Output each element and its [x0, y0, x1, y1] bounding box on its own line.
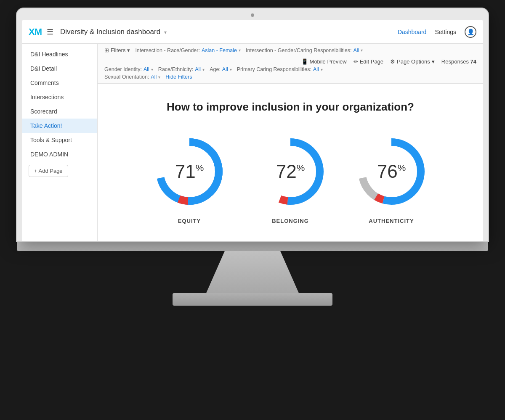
sidebar-item-scorecard[interactable]: Scorecard [22, 104, 97, 119]
toolbar-actions: 📱 Mobile Preview ✏ Edit Page ⚙ Page Opti… [301, 58, 476, 65]
sidebar-item-take-action[interactable]: Take Action! [22, 119, 97, 133]
equity-donut: 71% [152, 134, 227, 209]
sidebar-item-comments[interactable]: Comments [22, 76, 97, 90]
filters-label[interactable]: Filters [111, 47, 125, 53]
content-area: ⊞ Filters ▾ Intersection - Race/Gender: … [98, 44, 483, 241]
filter-bar: ⊞ Filters ▾ Intersection - Race/Gender: … [98, 44, 483, 84]
filter-icon: ⊞ [104, 47, 109, 53]
sidebar-item-dni-detail[interactable]: D&I Detail [22, 61, 97, 76]
hide-filters-link[interactable]: Hide Filters [165, 74, 192, 80]
dashboard-nav-link[interactable]: Dashboard [398, 29, 427, 35]
responses-badge: Responses 74 [441, 58, 476, 65]
equity-value: 71% [175, 162, 204, 181]
sidebar-item-demo-admin[interactable]: DEMO ADMIN [22, 147, 97, 161]
edit-icon: ✏ [354, 58, 358, 65]
filter-caring-responsibilities[interactable]: Primary Caring Responsibilities: All ▾ [237, 66, 323, 72]
equity-label: EQUITY [178, 218, 201, 224]
filter-age[interactable]: Age: All ▾ [210, 66, 232, 72]
section-title: How to improve inclusion in your organiz… [167, 100, 414, 114]
belonging-label: BELONGING [272, 218, 309, 224]
user-avatar[interactable]: 👤 [465, 26, 476, 38]
filter-gender-identity[interactable]: Gender Identity: All ▾ [104, 66, 153, 72]
belonging-donut: 72% [252, 134, 328, 209]
page-options-arrow: ▾ [432, 58, 435, 65]
filter-funnel-icon[interactable]: ⊞ Filters ▾ [104, 47, 130, 53]
authenticity-chart: 76% AUTHENTICITY [354, 134, 429, 224]
monitor-base [173, 293, 332, 306]
mobile-icon: 📱 [301, 58, 308, 65]
equity-chart: 71% EQUITY [152, 134, 227, 224]
charts-row: 71% EQUITY [152, 134, 429, 224]
gear-icon: ⚙ [390, 58, 395, 65]
xm-logo: XM [29, 26, 42, 37]
authenticity-donut: 76% [354, 134, 429, 209]
filter-sexual-orientation[interactable]: Sexual Orientation: All ▾ [104, 74, 160, 80]
sidebar-item-dni-headlines[interactable]: D&I Headlines [22, 47, 97, 61]
mobile-preview-button[interactable]: 📱 Mobile Preview [301, 58, 347, 65]
authenticity-value: 76% [377, 162, 406, 181]
edit-page-button[interactable]: ✏ Edit Page [354, 58, 383, 65]
sidebar: D&I Headlines D&I Detail Comments Inters… [22, 44, 98, 241]
page-options-button[interactable]: ⚙ Page Options ▾ [390, 58, 435, 65]
monitor-neck [206, 251, 299, 293]
sidebar-item-intersections[interactable]: Intersections [22, 90, 97, 104]
top-bar: XM ☰ Diversity & Inclusion dashboard ▾ D… [22, 20, 483, 44]
filter-dropdown-arrow[interactable]: ▾ [127, 47, 130, 53]
filter-race-ethnicity[interactable]: Race/Ethnicity: All ▾ [158, 66, 205, 72]
filter-race-gender[interactable]: Intersection - Race/Gender: Asian - Fema… [135, 48, 241, 53]
settings-nav-link[interactable]: Settings [435, 29, 456, 35]
sidebar-item-tools-support[interactable]: Tools & Support [22, 133, 97, 147]
hamburger-icon[interactable]: ☰ [47, 27, 53, 37]
title-dropdown-arrow[interactable]: ▾ [164, 29, 167, 35]
filter-gender-caring[interactable]: Intersection - Gender/Caring Responsibil… [246, 48, 363, 53]
belonging-value: 72% [276, 162, 305, 181]
dashboard-title: Diversity & Inclusion dashboard ▾ [60, 28, 398, 36]
monitor-chin [17, 241, 488, 251]
belonging-chart: 72% BELONGING [252, 134, 328, 224]
main-content: How to improve inclusion in your organiz… [98, 84, 483, 241]
top-bar-actions: Dashboard Settings 👤 [398, 26, 476, 38]
add-page-button[interactable]: + Add Page [29, 165, 68, 177]
authenticity-label: AUTHENTICITY [369, 218, 414, 224]
